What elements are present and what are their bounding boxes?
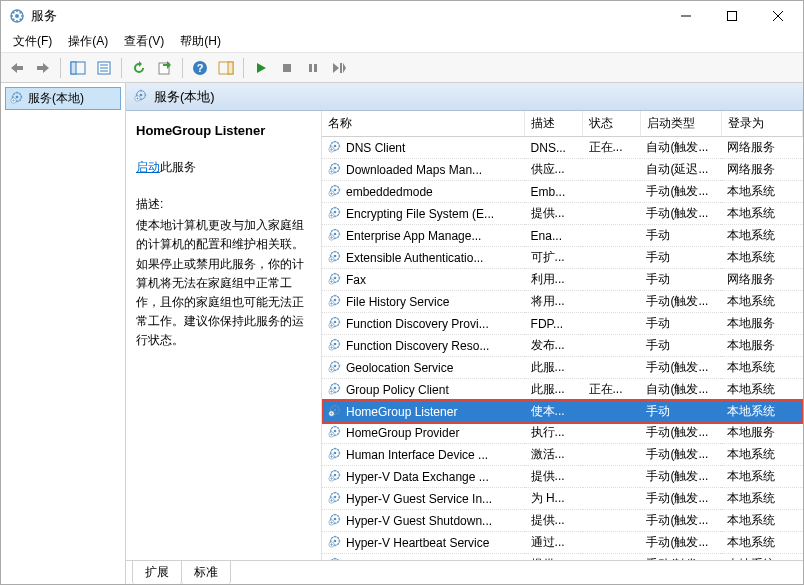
col-header-startup[interactable]: 启动类型 [640,111,721,137]
col-header-status[interactable]: 状态 [583,111,641,137]
menu-action[interactable]: 操作(A) [60,31,116,52]
cell-status [583,313,641,335]
body-area: 服务(本地) 服务(本地) HomeGroup Listener 启动此服务 描… [1,83,803,584]
refresh-button[interactable] [127,56,151,80]
cell-desc: 使本... [525,401,583,423]
cell-startup: 手动(触发... [640,203,721,225]
service-icon [328,534,342,551]
tree-node-services-local[interactable]: 服务(本地) [5,87,121,110]
minimize-button[interactable] [663,1,709,31]
service-name-text: Human Interface Device ... [346,448,488,462]
close-button[interactable] [755,1,801,31]
col-header-desc[interactable]: 描述 [525,111,583,137]
table-row[interactable]: Hyper-V Guest Service In...为 H...手动(触发..… [322,488,803,510]
service-name-text: Function Discovery Reso... [346,339,489,353]
cell-desc: 此服... [525,357,583,379]
tab-standard[interactable]: 标准 [181,560,231,584]
menu-help[interactable]: 帮助(H) [172,31,229,52]
cell-name: Hyper-V Guest Service In... [322,488,525,510]
table-row[interactable]: Enterprise App Manage...Ena...手动本地系统 [322,225,803,247]
tab-extended[interactable]: 扩展 [132,560,182,584]
cell-logon: 网络服务 [721,159,802,181]
service-name-text: Hyper-V Heartbeat Service [346,536,489,550]
cell-name: Fax [322,269,525,291]
service-name-text: File History Service [346,295,449,309]
table-row[interactable]: File History Service将用...手动(触发...本地系统 [322,291,803,313]
table-row[interactable]: Hyper-V Data Exchange ...提供...手动(触发...本地… [322,466,803,488]
pane-header-label: 服务(本地) [154,88,215,106]
cell-status [583,532,641,554]
table-row[interactable]: HomeGroup Provider执行...手动(触发...本地服务 [322,422,803,444]
cell-status [583,181,641,203]
cell-logon: 本地系统 [721,510,802,532]
cell-desc: 利用... [525,269,583,291]
svg-point-40 [334,277,337,280]
stop-service-button[interactable] [275,56,299,80]
back-button[interactable] [5,56,29,80]
table-row[interactable]: Group Policy Client此服...正在...自动(触发...本地系… [322,379,803,401]
cell-logon: 本地系统 [721,488,802,510]
svg-rect-10 [228,62,233,74]
table-row[interactable]: DNS ClientDNS...正在...自动(触发...网络服务 [322,137,803,159]
cell-startup: 手动 [640,313,721,335]
service-name-text: Hyper-V Data Exchange ... [346,470,489,484]
cell-desc: 通过... [525,532,583,554]
menu-view[interactable]: 查看(V) [116,31,172,52]
table-row[interactable]: Extensible Authenticatio...可扩...手动本地系统 [322,247,803,269]
svg-point-16 [16,96,19,99]
maximize-button[interactable] [709,1,755,31]
action-pane-button[interactable] [214,56,238,80]
service-icon [328,468,342,485]
cell-name: Function Discovery Reso... [322,335,525,357]
restart-service-button[interactable] [327,56,351,80]
svg-point-76 [334,540,337,543]
svg-point-70 [334,496,337,499]
service-icon [328,139,342,156]
menu-file[interactable]: 文件(F) [5,31,60,52]
start-service-link[interactable]: 启动 [136,160,160,174]
table-row[interactable]: Fax利用...手动网络服务 [322,269,803,291]
app-icon [9,8,25,24]
help-button[interactable]: ? [188,56,212,80]
table-row[interactable]: Function Discovery Provi...FDP...手动本地服务 [322,313,803,335]
services-table: 名称 描述 状态 启动类型 登录为 DNS ClientDNS...正在...自… [322,111,803,560]
cell-logon: 本地系统 [721,247,802,269]
cell-startup: 手动 [640,269,721,291]
export-button[interactable] [153,56,177,80]
cell-status [583,159,641,181]
cell-name: Enterprise App Manage... [322,225,525,247]
start-service-button[interactable] [249,56,273,80]
tree-node-label: 服务(本地) [28,90,84,107]
service-action: 启动此服务 [136,158,311,177]
table-row[interactable]: Human Interface Device ...激活...手动(触发...本… [322,444,803,466]
table-row[interactable]: embeddedmodeEmb...手动(触发...本地系统 [322,181,803,203]
cell-status [583,203,641,225]
table-row[interactable]: Encrypting File System (E...提供...手动(触发..… [322,203,803,225]
services-list[interactable]: 名称 描述 状态 启动类型 登录为 DNS ClientDNS...正在...自… [321,111,803,560]
cell-desc: 提供... [525,203,583,225]
svg-rect-11 [283,64,291,72]
table-row[interactable]: Hyper-V Guest Shutdown...提供...手动(触发...本地… [322,510,803,532]
cell-desc: 此服... [525,379,583,401]
service-name-text: Fax [346,273,366,287]
show-hide-console-button[interactable] [66,56,90,80]
service-icon [328,512,342,529]
forward-button[interactable] [31,56,55,80]
cell-startup: 自动(触发... [640,379,721,401]
cell-logon: 本地系统 [721,203,802,225]
service-name-text: DNS Client [346,141,405,155]
table-row[interactable]: Downloaded Maps Man...供应...自动(延迟...网络服务 [322,159,803,181]
separator-icon [60,58,61,78]
cell-status: 正在... [583,379,641,401]
view-tabs: 扩展 标准 [126,560,803,584]
cell-startup: 手动 [640,401,721,423]
service-name-text: Downloaded Maps Man... [346,163,482,177]
table-row[interactable]: Geolocation Service此服...手动(触发...本地系统 [322,357,803,379]
col-header-name[interactable]: 名称 [322,111,525,137]
col-header-logon[interactable]: 登录为 [721,111,802,137]
pause-service-button[interactable] [301,56,325,80]
table-row[interactable]: HomeGroup Listener使本...手动本地系统 [322,401,803,423]
table-row[interactable]: Function Discovery Reso...发布...手动本地服务 [322,335,803,357]
properties-button[interactable] [92,56,116,80]
table-row[interactable]: Hyper-V Heartbeat Service通过...手动(触发...本地… [322,532,803,554]
